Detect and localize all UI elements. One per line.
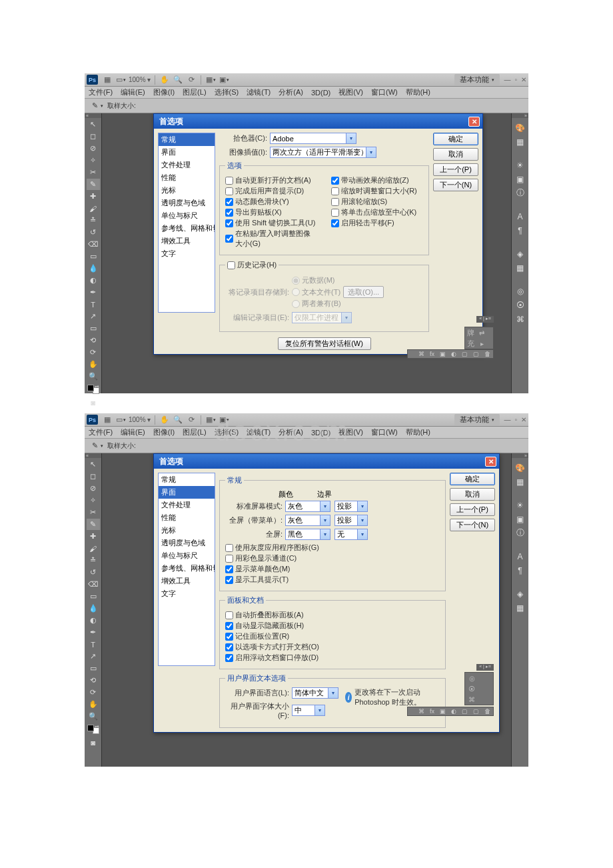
category-list[interactable]: 常规界面文件处理性能光标透明度与色域单位与标尺参考线、网格和切片增效工具文字 [158, 473, 215, 666]
marquee-tool-icon[interactable]: ◻ [87, 471, 100, 482]
menu-3d[interactable]: 3D(D) [311, 89, 330, 97]
category-item[interactable]: 常规 [159, 133, 215, 146]
eyedropper-icon[interactable]: ✎ [89, 440, 101, 452]
lasso-tool-icon[interactable]: ⊘ [87, 483, 100, 494]
close-icon[interactable]: ✕ [485, 457, 496, 467]
fullmenu-border-select[interactable]: 投影▾ [334, 515, 368, 526]
brush-tool-icon[interactable]: 🖌 [87, 203, 100, 214]
dodge-tool-icon[interactable]: ◐ [87, 615, 100, 626]
option-checkbox[interactable]: 自动更新打开的文档(A) [225, 175, 318, 185]
eyedropper-icon[interactable]: ✎ [89, 100, 101, 112]
masks-panel-icon[interactable]: ▣ [514, 513, 527, 525]
crop-tool-icon[interactable]: ✂ [87, 507, 100, 518]
cancel-button[interactable]: 取消 [450, 488, 495, 501]
type-tool-icon[interactable]: T [87, 639, 100, 650]
healing-tool-icon[interactable]: ✚ [87, 531, 100, 542]
marquee-tool-icon[interactable]: ◻ [87, 131, 100, 142]
fullscreen-border-select[interactable]: 无▾ [334, 529, 368, 540]
workspace-switcher[interactable]: 基本功能 [454, 414, 500, 425]
healing-tool-icon[interactable]: ✚ [87, 191, 100, 202]
zoom-indicator[interactable]: 100% ▾ [129, 416, 151, 423]
link-icon[interactable]: ⌘ [418, 351, 424, 357]
rotate-view-icon[interactable]: ⟳ [186, 75, 197, 85]
option-checkbox[interactable]: 带动画效果的缩放(Z) [331, 175, 424, 185]
category-item[interactable]: 文件处理 [159, 499, 215, 511]
histogram-panel-icon[interactable]: ⦿ [514, 299, 527, 311]
category-item[interactable]: 文件处理 [159, 159, 215, 171]
quickmask-icon[interactable]: ◙ [87, 397, 100, 408]
cancel-button[interactable]: 取消 [433, 148, 478, 161]
hand-icon[interactable]: ✋ [159, 75, 170, 85]
menu-window[interactable]: 窗口(W) [371, 87, 398, 97]
option-checkbox[interactable]: 显示菜单颜色(M) [225, 564, 440, 574]
info-panel-icon[interactable]: ⓘ [514, 187, 527, 199]
option-checkbox[interactable]: 用滚轮缩放(S) [331, 197, 424, 207]
dot-icon[interactable]: ▸ [477, 340, 486, 347]
category-item[interactable]: 单位与标尺 [159, 549, 215, 562]
lasso-tool-icon[interactable]: ⊘ [87, 143, 100, 154]
shape-tool-icon[interactable]: ▭ [87, 323, 100, 334]
stamp-tool-icon[interactable]: ≛ [87, 215, 100, 226]
link-icon[interactable]: ⌘ [467, 696, 476, 703]
interp-select[interactable]: 两次立方（适用于平滑渐变）▾ [270, 147, 376, 158]
zoom-icon[interactable]: 🔍 [173, 415, 183, 425]
close-icon[interactable]: ✕ [521, 76, 526, 83]
menu-edit[interactable]: 编辑(E) [121, 87, 145, 97]
fullmenu-color-select[interactable]: 灰色▾ [285, 515, 330, 526]
zoom-icon[interactable]: 🔍 [173, 75, 183, 85]
option-checkbox[interactable]: 显示工具提示(T) [225, 575, 440, 585]
ok-button[interactable]: 确定 [433, 133, 478, 145]
next-button[interactable]: 下一个(N) [450, 519, 495, 531]
paths-panel-icon[interactable]: ⌘ [514, 313, 527, 325]
color-swatch[interactable]: ⇄ [87, 385, 99, 394]
menu-view[interactable]: 视图(V) [338, 87, 363, 97]
collapse-icon[interactable]: » [512, 453, 528, 458]
ui-font-select[interactable]: 中▾ [292, 705, 325, 716]
menu-analyze[interactable]: 分析(A) [279, 87, 303, 97]
category-item[interactable]: 文字 [159, 587, 215, 600]
prev-button[interactable]: 上一个(P) [450, 503, 495, 516]
menu-filter[interactable]: 滤镜(T) [247, 427, 271, 437]
category-item[interactable]: 性能 [159, 511, 215, 524]
minimize-icon[interactable]: — [504, 76, 510, 83]
arrange-icon[interactable]: ▦ [205, 415, 216, 425]
move-tool-icon[interactable]: ↖ [87, 119, 100, 130]
menu-layer[interactable]: 图层(L) [183, 427, 206, 437]
blur-tool-icon[interactable]: 💧 [87, 263, 100, 274]
hand-tool-icon[interactable]: ✋ [87, 359, 100, 370]
option-checkbox[interactable]: 缩放时调整窗口大小(R) [331, 186, 424, 196]
menu-layer[interactable]: 图层(L) [183, 87, 206, 97]
category-item[interactable]: 界面 [159, 486, 215, 499]
category-item[interactable]: 光标 [159, 184, 215, 197]
color-panel-icon[interactable]: 🎨 [514, 461, 527, 474]
category-item[interactable]: 性能 [159, 171, 215, 184]
history-brush-icon[interactable]: ↺ [87, 227, 100, 238]
menu-image[interactable]: 图像(I) [153, 87, 175, 97]
maximize-icon[interactable]: ▫ [514, 416, 517, 423]
option-checkbox[interactable]: 以选项卡方式打开文档(O) [225, 642, 440, 652]
color-picker-select[interactable]: Adobe▾ [270, 133, 356, 144]
pen-tool-icon[interactable]: ✒ [87, 627, 100, 638]
layers-panel-icon[interactable]: ◈ [514, 247, 527, 260]
menu-filter[interactable]: 滤镜(T) [247, 87, 271, 97]
bridge-icon[interactable]: ▦ [102, 75, 113, 85]
fx-icon[interactable]: fx [430, 708, 434, 715]
category-item[interactable]: 透明度与色域 [159, 537, 215, 549]
wand-tool-icon[interactable]: ✧ [87, 495, 100, 506]
hand-tool-icon[interactable]: ✋ [87, 699, 100, 710]
collapse-icon[interactable]: « [85, 113, 101, 118]
reset-warnings-button[interactable]: 复位所有警告对话框(W) [278, 337, 371, 350]
character-panel-icon[interactable]: A [514, 210, 527, 223]
prev-button[interactable]: 上一个(P) [433, 163, 478, 176]
swap-icon[interactable]: ⇄ [477, 329, 486, 337]
channels-panel-icon[interactable]: ▦ [514, 261, 527, 274]
masks-panel-icon[interactable]: ▣ [514, 173, 527, 185]
3d-rotate-icon[interactable]: ⟲ [87, 335, 100, 346]
std-color-select[interactable]: 灰色▾ [285, 501, 330, 512]
blur-tool-icon[interactable]: 💧 [87, 603, 100, 614]
adjustment-icon[interactable]: ◐ [451, 708, 456, 715]
option-checkbox[interactable]: 自动折叠图标面板(A) [225, 610, 440, 620]
swap-icon[interactable]: ◎ [467, 675, 476, 682]
category-item[interactable]: 参考线、网格和切片 [159, 222, 215, 235]
rotate-view-icon[interactable]: ⟳ [186, 415, 197, 425]
